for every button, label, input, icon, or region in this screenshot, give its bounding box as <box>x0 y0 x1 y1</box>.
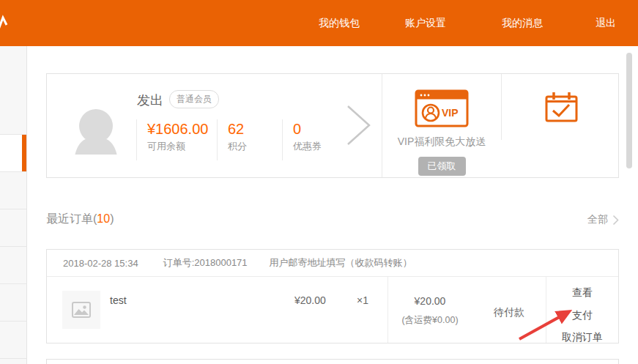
next-order-card-clipped <box>46 359 619 364</box>
product-name[interactable]: test <box>110 294 127 306</box>
logo-fragment-icon <box>0 15 10 31</box>
coupons-value: 0 <box>293 121 349 137</box>
top-header: 我的钱包 账户设置 我的消息 退出 <box>0 0 638 46</box>
order-number: 订单号:2018000171 <box>163 256 248 270</box>
sidebar-item-active[interactable] <box>0 135 26 172</box>
view-all-label: 全部 <box>587 213 608 226</box>
member-level-badge: 普通会员 <box>169 90 219 108</box>
points-label: 积分 <box>228 140 282 153</box>
view-all-orders-link[interactable]: 全部 <box>587 213 619 226</box>
order-header-row: 2018-02-28 15:34 订单号:2018000171 用户邮寄地址填写… <box>47 250 618 277</box>
orders-title-suffix: ) <box>110 212 114 225</box>
product-quantity: ×1 <box>357 294 368 306</box>
stat-coupons[interactable]: 0 优惠券 <box>282 119 349 160</box>
order-body-row: test ¥20.00 ×1 ¥20.00 (含运费¥0.00) 待付款 查看 … <box>47 277 618 343</box>
points-value: 62 <box>228 121 282 137</box>
page: 我的钱包 账户设置 我的消息 退出 发出 普通会员 ¥1606.00 可用余额 <box>0 0 638 364</box>
balance-label: 可用余额 <box>147 140 217 153</box>
vip-browser-icon: VIP <box>415 89 469 127</box>
product-unit-price: ¥20.00 <box>294 294 326 306</box>
sidebar <box>0 46 27 364</box>
image-placeholder-icon <box>72 302 91 318</box>
vip-promo-title: VIP福利限免大放送 <box>382 135 501 149</box>
stat-points[interactable]: 62 积分 <box>217 119 282 160</box>
sidebar-top-block <box>0 46 26 135</box>
vip-promo-section: VIP VIP福利限免大放送 已领取 <box>382 74 501 177</box>
sidebar-item[interactable] <box>0 284 26 322</box>
balance-value: ¥1606.00 <box>147 121 209 137</box>
order-shipping-note: (含运费¥0.00) <box>387 314 472 327</box>
order-time: 2018-02-28 15:34 <box>63 258 138 269</box>
order-total-amount: ¥20.00 <box>387 295 472 307</box>
orders-heading-row: 最近订单(10) 全部 <box>46 212 619 227</box>
view-order-link[interactable]: 查看 <box>546 286 619 300</box>
product-thumbnail[interactable] <box>62 291 100 329</box>
chevron-right-icon <box>612 215 619 226</box>
nav-my-messages[interactable]: 我的消息 <box>502 17 543 30</box>
avatar[interactable] <box>74 108 118 155</box>
orders-title-prefix: 最近订单( <box>46 212 97 225</box>
coupons-label: 优惠券 <box>293 140 349 153</box>
order-total-cell: ¥20.00 (含运费¥0.00) <box>387 277 472 343</box>
svg-text:VIP: VIP <box>442 107 459 119</box>
annotation-arrow-pointing-to-pay <box>470 299 594 344</box>
sidebar-item[interactable] <box>0 322 26 359</box>
orders-title: 最近订单(10) <box>46 212 114 227</box>
sidebar-item[interactable] <box>0 359 26 364</box>
calendar-check-icon[interactable] <box>544 91 579 124</box>
nav-account-settings[interactable]: 账户设置 <box>405 17 446 30</box>
scrollbar-thumb[interactable] <box>626 53 632 168</box>
sidebar-active-indicator <box>22 135 26 171</box>
signin-section <box>501 74 620 140</box>
top-nav: 我的钱包 账户设置 我的消息 退出 <box>319 0 638 46</box>
sidebar-item[interactable] <box>0 172 26 209</box>
vip-claimed-badge[interactable]: 已领取 <box>418 157 466 176</box>
sidebar-item[interactable] <box>0 209 26 247</box>
nav-logout[interactable]: 退出 <box>596 17 616 30</box>
username: 发出 <box>137 92 163 109</box>
orders-count: 10 <box>97 212 110 225</box>
stat-balance[interactable]: ¥1606.00 可用余额 <box>136 119 217 160</box>
chevron-right-icon[interactable] <box>346 104 372 146</box>
account-stats: ¥1606.00 可用余额 62 积分 0 优惠券 <box>136 119 349 160</box>
sidebar-item[interactable] <box>0 247 26 284</box>
order-card: 2018-02-28 15:34 订单号:2018000171 用户邮寄地址填写… <box>46 249 619 343</box>
user-summary-card: 发出 普通会员 ¥1606.00 可用余额 62 积分 0 优惠券 <box>46 73 619 178</box>
nav-my-wallet[interactable]: 我的钱包 <box>319 17 360 30</box>
order-address-note: 用户邮寄地址填写（收款码转账） <box>270 256 412 270</box>
